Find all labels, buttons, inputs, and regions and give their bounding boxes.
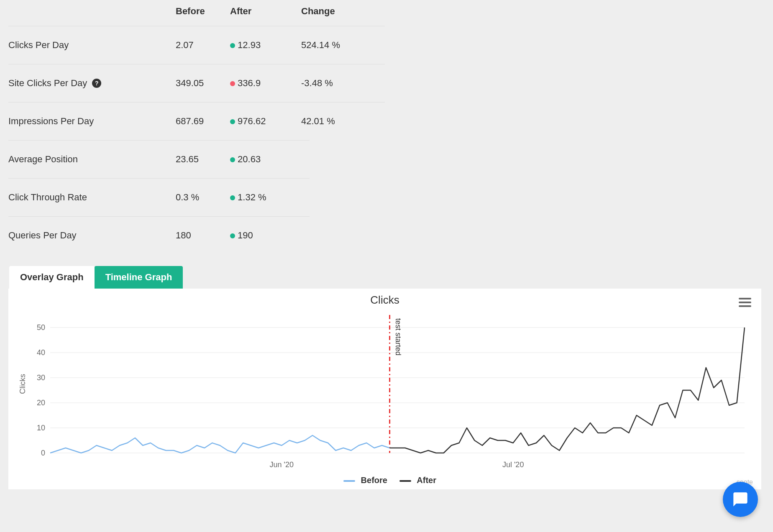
svg-text:20: 20	[37, 399, 45, 407]
after-value: 190	[230, 230, 301, 241]
legend-label-before: Before	[361, 476, 387, 485]
after-value: 20.63	[230, 154, 301, 165]
before-value: 23.65	[176, 154, 230, 165]
svg-text:30: 30	[37, 373, 45, 382]
table-row: Average Position23.65 20.63	[8, 140, 310, 178]
metric-label: Clicks Per Day	[8, 40, 176, 51]
table-row: Site Clicks Per Day?349.05 336.9-3.48 %	[8, 64, 385, 102]
trend-down-icon	[230, 81, 235, 86]
after-value: 1.32 %	[230, 192, 301, 203]
legend-swatch-after	[399, 480, 411, 482]
before-value: 2.07	[176, 40, 230, 51]
trend-up-icon	[230, 233, 235, 238]
after-value: 336.9	[230, 78, 301, 89]
legend-label-after: After	[417, 476, 436, 485]
help-icon[interactable]: ?	[92, 79, 101, 88]
graph-tabs: Overlay Graph Timeline Graph	[9, 266, 765, 289]
trend-up-icon	[230, 119, 235, 124]
metric-label: Impressions Per Day	[8, 116, 176, 127]
before-value: 687.69	[176, 116, 230, 127]
table-row: Click Through Rate0.3 % 1.32 %	[8, 178, 310, 216]
change-value: -3.48 %	[301, 78, 376, 89]
trend-up-icon	[230, 157, 235, 162]
chart-menu-icon[interactable]	[739, 298, 751, 307]
svg-text:Jul '20: Jul '20	[502, 460, 524, 469]
chart-title: Clicks	[17, 294, 753, 307]
after-value: 12.93	[230, 40, 301, 51]
table-row: Queries Per Day180 190	[8, 216, 310, 254]
header-change: Change	[301, 6, 376, 17]
header-before: Before	[176, 6, 230, 17]
svg-text:40: 40	[37, 348, 45, 357]
after-value: 976.62	[230, 116, 301, 127]
before-value: 349.05	[176, 78, 230, 89]
chart-legend: Before After	[17, 474, 753, 485]
chat-button[interactable]	[723, 482, 758, 517]
before-value: 180	[176, 230, 230, 241]
tab-timeline-graph[interactable]: Timeline Graph	[95, 266, 183, 289]
svg-text:Jun '20: Jun '20	[270, 460, 294, 469]
svg-text:10: 10	[37, 424, 45, 432]
trend-up-icon	[230, 195, 235, 200]
metric-label: Average Position	[8, 154, 176, 165]
metric-label: Site Clicks Per Day?	[8, 78, 176, 89]
svg-text:test started: test started	[394, 318, 402, 356]
table-row: Clicks Per Day2.07 12.93524.14 %	[8, 26, 385, 64]
table-row: Impressions Per Day687.69 976.6242.01 %	[8, 102, 385, 140]
legend-swatch-before	[343, 480, 355, 482]
metric-label: Click Through Rate	[8, 192, 176, 203]
before-value: 0.3 %	[176, 192, 230, 203]
svg-text:Clicks: Clicks	[18, 374, 27, 394]
svg-text:50: 50	[37, 323, 45, 332]
comparison-table: Before After Change Clicks Per Day2.07 1…	[8, 0, 385, 254]
chat-icon	[732, 491, 749, 508]
change-value: 524.14 %	[301, 40, 376, 51]
svg-text:0: 0	[41, 449, 45, 457]
trend-up-icon	[230, 43, 235, 48]
tab-overlay-graph[interactable]: Overlay Graph	[9, 266, 95, 289]
change-value: 42.01 %	[301, 116, 376, 127]
clicks-line-chart: 01020304050ClicksJun '20Jul '20test star…	[17, 307, 753, 474]
table-header-row: Before After Change	[8, 0, 385, 26]
header-after: After	[230, 6, 301, 17]
chart-panel: Clicks 01020304050ClicksJun '20Jul '20te…	[8, 289, 761, 489]
metric-label: Queries Per Day	[8, 230, 176, 241]
